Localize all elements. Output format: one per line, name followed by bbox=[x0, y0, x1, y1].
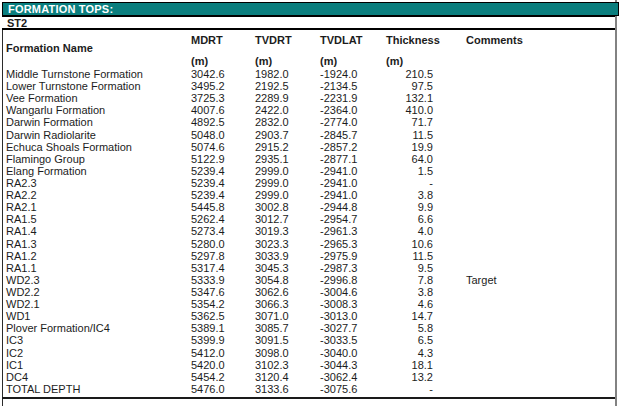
thickness-cell: 97.5 bbox=[362, 80, 433, 92]
thickness-cell: 132.1 bbox=[362, 92, 433, 104]
mdrt-cell: 5445.8 bbox=[191, 201, 225, 213]
tvdrt-cell: 3062.6 bbox=[255, 286, 289, 298]
thickness-cell: 3.8 bbox=[362, 286, 433, 298]
tvdrt-cell: 3002.8 bbox=[255, 201, 289, 213]
tvdrt-cell: 1982.0 bbox=[255, 68, 289, 80]
thickness-cell: 4.0 bbox=[362, 225, 433, 237]
table-row: RA1.25297.83033.9-2975.911.5 bbox=[0, 250, 617, 262]
thickness-cell: 3.8 bbox=[362, 189, 433, 201]
mdrt-cell: 4007.6 bbox=[191, 104, 225, 116]
tvdrt-cell: 3085.7 bbox=[255, 322, 289, 334]
formation-name-cell: Lower Turnstone Formation bbox=[6, 80, 141, 92]
mdrt-cell: 3725.3 bbox=[191, 92, 225, 104]
tvdlat-cell: -2845.7 bbox=[320, 129, 357, 141]
unit-label-tvdrt: (m) bbox=[255, 55, 272, 67]
mdrt-cell: 5333.9 bbox=[191, 274, 225, 286]
table-row: Flamingo Group5122.92935.1-2877.164.0 bbox=[0, 153, 617, 165]
mdrt-cell: 5239.4 bbox=[191, 177, 225, 189]
unit-label-tvdlat: (m) bbox=[320, 55, 337, 67]
table-bottom-border bbox=[2, 397, 615, 399]
tvdlat-cell: -2996.8 bbox=[320, 274, 357, 286]
tvdrt-cell: 3071.0 bbox=[255, 310, 289, 322]
column-header-mdrt: MDRT bbox=[191, 34, 223, 46]
tvdlat-cell: -3044.3 bbox=[320, 359, 357, 371]
table-row: RA2.25239.42999.0-2941.03.8 bbox=[0, 189, 617, 201]
tvdlat-cell: -2877.1 bbox=[320, 153, 357, 165]
formation-name-cell: RA2.3 bbox=[6, 177, 37, 189]
tvdlat-cell: -3008.3 bbox=[320, 298, 357, 310]
table-row: RA2.35239.42999.0-2941.0- bbox=[0, 177, 617, 189]
tvdlat-cell: -2944.8 bbox=[320, 201, 357, 213]
mdrt-cell: 5347.6 bbox=[191, 286, 225, 298]
thickness-cell: 5.8 bbox=[362, 322, 433, 334]
formation-name-cell: RA1.2 bbox=[6, 250, 37, 262]
formation-name-cell: Plover Formation/IC4 bbox=[6, 322, 110, 334]
formation-name-cell: TOTAL DEPTH bbox=[6, 383, 80, 395]
tvdlat-cell: -3013.0 bbox=[320, 310, 357, 322]
tvdrt-cell: 2903.7 bbox=[255, 129, 289, 141]
tvdrt-cell: 2935.1 bbox=[255, 153, 289, 165]
mdrt-cell: 5420.0 bbox=[191, 359, 225, 371]
tvdrt-cell: 2915.2 bbox=[255, 141, 289, 153]
section-title: FORMATION TOPS: bbox=[8, 3, 113, 15]
column-header-formation-name: Formation Name bbox=[6, 42, 93, 54]
thickness-cell: 410.0 bbox=[362, 104, 433, 116]
tvdrt-cell: 3091.5 bbox=[255, 334, 289, 346]
tvdlat-cell: -2941.0 bbox=[320, 189, 357, 201]
mdrt-cell: 5454.2 bbox=[191, 371, 225, 383]
tvdrt-cell: 3023.3 bbox=[255, 238, 289, 250]
tvdrt-cell: 3019.3 bbox=[255, 225, 289, 237]
tvdrt-cell: 3098.0 bbox=[255, 347, 289, 359]
tvdlat-cell: -3004.6 bbox=[320, 286, 357, 298]
mdrt-cell: 5262.4 bbox=[191, 213, 225, 225]
mdrt-cell: 5239.4 bbox=[191, 189, 225, 201]
tvdrt-cell: 2289.9 bbox=[255, 92, 289, 104]
tvdlat-cell: -2965.3 bbox=[320, 238, 357, 250]
table-row: WD2.15354.23066.3-3008.34.6 bbox=[0, 298, 617, 310]
column-header-comments: Comments bbox=[466, 34, 523, 46]
table-row: RA1.55262.43012.7-2954.76.6 bbox=[0, 213, 617, 225]
table-row: WD15362.53071.0-3013.014.7 bbox=[0, 310, 617, 322]
formation-name-cell: Middle Turnstone Formation bbox=[6, 68, 143, 80]
mdrt-cell: 3042.6 bbox=[191, 68, 225, 80]
formation-name-cell: WD2.3 bbox=[6, 274, 40, 286]
formation-name-cell: Flamingo Group bbox=[6, 153, 85, 165]
mdrt-cell: 5399.9 bbox=[191, 334, 225, 346]
formation-name-cell: RA1.3 bbox=[6, 238, 37, 250]
table-row: IC35399.93091.5-3033.56.5 bbox=[0, 334, 617, 346]
formation-name-cell: Wangarlu Formation bbox=[6, 104, 105, 116]
formation-name-cell: RA1.5 bbox=[6, 213, 37, 225]
column-header-tvdrt: TVDRT bbox=[255, 34, 292, 46]
formation-tops-panel: FORMATION TOPS: ST2 Formation Name MDRT … bbox=[0, 0, 624, 406]
table-row: IC15420.03102.3-3044.318.1 bbox=[0, 359, 617, 371]
mdrt-cell: 4892.5 bbox=[191, 116, 225, 128]
thickness-cell: 6.6 bbox=[362, 213, 433, 225]
tvdrt-cell: 3102.3 bbox=[255, 359, 289, 371]
thickness-cell: 14.7 bbox=[362, 310, 433, 322]
table-row: WD2.25347.63062.6-3004.63.8 bbox=[0, 286, 617, 298]
tvdlat-cell: -3033.5 bbox=[320, 334, 357, 346]
column-header-thickness: Thickness bbox=[386, 34, 440, 46]
thickness-cell: 4.6 bbox=[362, 298, 433, 310]
tvdrt-cell: 3045.3 bbox=[255, 262, 289, 274]
thickness-cell: 9.5 bbox=[362, 262, 433, 274]
tvdrt-cell: 2422.0 bbox=[255, 104, 289, 116]
mdrt-cell: 5297.8 bbox=[191, 250, 225, 262]
formation-name-cell: IC1 bbox=[6, 359, 23, 371]
tvdrt-cell: 3133.6 bbox=[255, 383, 289, 395]
tvdlat-cell: -3040.0 bbox=[320, 347, 357, 359]
tvdlat-cell: -2774.0 bbox=[320, 116, 357, 128]
table-row: Darwin Formation4892.52832.0-2774.071.7 bbox=[0, 116, 617, 128]
formation-name-cell: WD2.1 bbox=[6, 298, 40, 310]
column-header-tvdlat: TVDLAT bbox=[320, 34, 363, 46]
table-row: Echuca Shoals Formation5074.62915.2-2857… bbox=[0, 141, 617, 153]
tvdrt-cell: 2999.0 bbox=[255, 177, 289, 189]
tvdrt-cell: 3033.9 bbox=[255, 250, 289, 262]
mdrt-cell: 5389.1 bbox=[191, 322, 225, 334]
tvdlat-cell: -2987.3 bbox=[320, 262, 357, 274]
formation-name-cell: Elang Formation bbox=[6, 165, 87, 177]
table-body: Middle Turnstone Formation3042.61982.0-1… bbox=[0, 68, 617, 395]
formation-name-cell: DC4 bbox=[6, 371, 28, 383]
formation-name-cell: RA2.2 bbox=[6, 189, 37, 201]
mdrt-cell: 5476.0 bbox=[191, 383, 225, 395]
